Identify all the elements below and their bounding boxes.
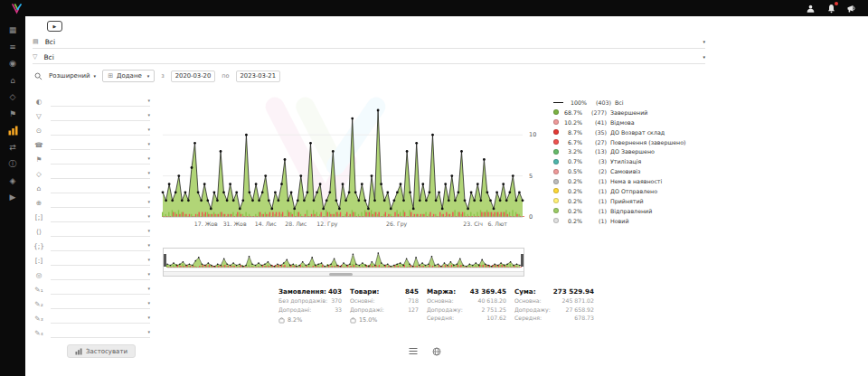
svg-text:17. Жов: 17. Жов — [194, 221, 218, 227]
legend-item-7[interactable]: 0.5%(2)Самовивіз — [553, 166, 725, 176]
date-from-input[interactable]: 2020-03-20 — [171, 70, 216, 82]
legend-item-4[interactable]: 6.7%(27)Повернення (завершено) — [553, 137, 725, 147]
filter-select-flag[interactable]: ▾ — [51, 155, 150, 164]
legend-item-3[interactable]: 8.7%(35)ДО Возврат склад — [553, 127, 725, 137]
legend-item-5[interactable]: 3.2%(13)ДО Завершено — [553, 146, 725, 156]
filter-row-field-4: [:]▾ — [33, 253, 150, 268]
filter-select-field-2[interactable]: ▾ — [51, 227, 150, 237]
apply-button[interactable]: Застосувати — [67, 344, 136, 358]
sidebar-item-customers[interactable]: ◉ — [5, 58, 20, 70]
filter-select-utm-3[interactable]: ▾ — [51, 314, 150, 324]
notifications-bell-icon[interactable] — [826, 3, 836, 14]
stat-sub-label: Основні: — [350, 297, 375, 306]
filter-row-field-2: ⟨⟩▾ — [33, 224, 150, 239]
legend-item-1[interactable]: 68.7%(277)Завершений — [553, 108, 725, 118]
filter-select-utm-1[interactable]: ▾ — [51, 285, 150, 295]
upsell-percent-value: 15.0% — [359, 316, 377, 324]
sidebar-item-integrations[interactable]: ⇄ — [5, 142, 20, 154]
legend-item-11[interactable]: 0.2%(1)Відправлений — [553, 206, 725, 216]
stat-sub-row: Без допродажів:370 — [278, 297, 342, 306]
sidebar-item-products[interactable]: ◇ — [5, 91, 20, 103]
filter-select-field-1[interactable]: ▾ — [51, 212, 150, 222]
app-logo[interactable] — [11, 3, 23, 14]
bars-icon — [75, 348, 82, 355]
stat-head: Сума:273 529.94 — [514, 287, 594, 297]
legend-label: Відмова — [610, 119, 635, 126]
bag-icon — [350, 316, 356, 324]
legend-swatch — [553, 129, 559, 135]
legend-swatch — [553, 208, 559, 213]
filter-select-geo[interactable]: ▾ — [51, 183, 150, 193]
stat-sub-row: Допродажу:2 751.25 — [427, 306, 506, 315]
sidebar-item-marketing[interactable]: ⚑ — [5, 108, 20, 120]
filter-select-secondary[interactable]: ▽ Всі ▾ — [33, 51, 705, 64]
stat-sub-value: 370 — [331, 297, 342, 306]
mini-chart-navigator[interactable] — [163, 248, 524, 277]
legend-item-0[interactable]: 100%(403)Всі — [553, 98, 725, 108]
date-field-select[interactable]: ⊞ Додане ▾ — [102, 70, 155, 82]
filter-select-manager[interactable]: ▾ — [51, 126, 150, 136]
legend-item-12[interactable]: 0.2%(1)Новий — [553, 216, 725, 226]
sidebar-item-dashboard[interactable]: ▦ — [5, 24, 20, 36]
legend-item-6[interactable]: 0.7%(3)Утилізація — [553, 156, 725, 166]
svg-text:14. Лис: 14. Лис — [255, 221, 277, 227]
stats: Замовлення:403Без допродажів:370Допродан… — [278, 287, 594, 324]
navigator-scroll-handle[interactable] — [329, 273, 353, 276]
filter-select-field-4[interactable]: ▾ — [51, 256, 150, 266]
legend-item-2[interactable]: 10.2%(41)Відмова — [553, 118, 725, 127]
upsell-percent-row: 8.2% — [278, 316, 342, 324]
utm-3-icon: ✎₃ — [33, 315, 45, 323]
globe-icon[interactable] — [432, 347, 441, 356]
navigator-scrollbar[interactable] — [164, 271, 524, 276]
filter-row-status: ◐▾ — [33, 94, 150, 108]
filter-select-target[interactable]: ▾ — [51, 270, 150, 280]
date-to-input[interactable]: 2023-03-21 — [236, 70, 281, 82]
filter-select-status[interactable]: ▾ — [51, 97, 150, 107]
legend-percent: 0.2% — [562, 188, 582, 194]
search-mode-select[interactable]: Розширений ▾ — [49, 72, 96, 80]
flag-icon: ⚑ — [33, 155, 45, 164]
list-view-icon[interactable] — [409, 347, 418, 356]
announcements-icon[interactable] — [846, 3, 857, 14]
stat-sub-row: Допродажі:127 — [350, 306, 419, 315]
sidebar-item-info[interactable]: ⓘ — [5, 158, 20, 170]
legend-swatch — [553, 198, 559, 203]
filter-select-utm-4[interactable]: ▾ — [51, 328, 150, 338]
filter-select-phone[interactable]: ▾ — [51, 140, 150, 150]
filter-select-tag[interactable]: ▾ — [51, 169, 150, 179]
svg-text:28. Лис: 28. Лис — [285, 221, 307, 227]
filter-select-field-3[interactable]: ▾ — [51, 241, 150, 251]
account-icon[interactable] — [805, 3, 816, 14]
stat-sub-value: 127 — [408, 306, 419, 315]
legend-item-8[interactable]: 0.2%(1)Нема в наявності — [553, 176, 725, 186]
phone-icon: ☎ — [33, 141, 45, 149]
filter-row-phone: ☎▾ — [33, 137, 150, 152]
sidebar-item-store[interactable]: ⌂ — [5, 75, 20, 87]
legend-item-9[interactable]: 0.2%(1)ДО Отправлено — [553, 186, 725, 196]
legend-label: Повернення (завершено) — [610, 139, 686, 146]
navigator-left-handle[interactable] — [164, 254, 166, 267]
chevron-down-icon: ▾ — [147, 156, 150, 161]
stat-sub-row: Допродажу:27 658.92 — [514, 306, 594, 315]
tags-icon: ▤ — [33, 38, 39, 45]
legend-item-10[interactable]: 0.2%(1)Прийнятий — [553, 196, 725, 206]
filter-select-funnel[interactable]: ▾ — [51, 111, 150, 121]
legend-swatch — [553, 139, 559, 145]
main-chart[interactable]: 051017. Жов31. Жов14. Лис28. Лис12. Гру2… — [159, 92, 553, 233]
navigator-right-handle[interactable] — [521, 254, 524, 267]
sidebar-item-orders[interactable]: ≡ — [5, 42, 20, 53]
legend-count: (403) — [590, 99, 611, 106]
legend-percent: 6.7% — [562, 139, 582, 146]
video-help-button[interactable]: ▶ — [47, 21, 62, 32]
stat-sub-row: Середня:678.73 — [514, 315, 594, 324]
search-icon — [34, 72, 42, 80]
legend-swatch — [553, 159, 559, 164]
legend-percent: 0.2% — [562, 208, 582, 214]
sidebar-item-analytics[interactable] — [5, 125, 20, 136]
sidebar-item-apps[interactable]: ◈ — [5, 175, 20, 187]
filter-select-site[interactable]: ▾ — [51, 198, 150, 208]
sidebar-item-video[interactable]: ▶ — [5, 192, 20, 203]
filter-select-utm-2[interactable]: ▾ — [51, 299, 150, 309]
stat-sub-label: Допродажі: — [350, 306, 384, 315]
filter-select-primary[interactable]: ▤ Всі ▾ — [33, 35, 705, 49]
